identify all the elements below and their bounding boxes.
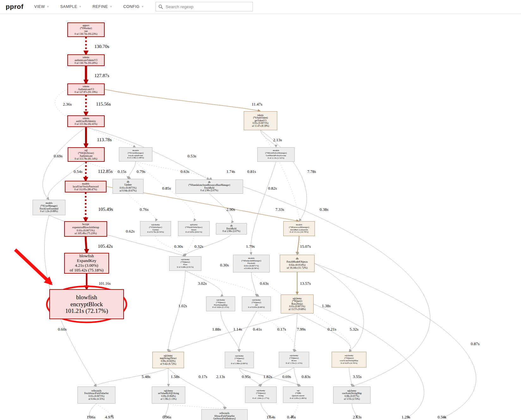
- chevron-down-icon: ▼: [141, 5, 144, 8]
- call-edge: [292, 403, 298, 418]
- chevron-down-icon: ▼: [110, 5, 113, 8]
- node-tablespec-update[interactable]: sqlchemy(*STableSpec)Update0 of 0.76s (0…: [140, 221, 171, 236]
- node-get-struct-field-indexes2[interactable]: reflectutilsSStructFieldValueSetGetStruc…: [201, 409, 248, 420]
- node-fetch-struct-field-value-set[interactable]: reflectutilsFetchStructFieldValueSet0.01…: [77, 387, 115, 404]
- node-get-token-v3[interactable]: tokens(*SAuthToken)getTokenV30.01s (0.00…: [244, 111, 277, 130]
- node-line: 0 of 0.93s (0.66%): [248, 306, 265, 309]
- menu-refine[interactable]: REFINE▼: [93, 4, 113, 9]
- call-edge: [352, 404, 357, 418]
- node-sql-authenticate[interactable]: sql(*SSQLDriver)Authenticate0 of 113.78s…: [68, 147, 105, 162]
- highlight-arrow: [15, 250, 51, 284]
- call-edge: [168, 313, 297, 352]
- node-first-string-map[interactable]: sqlchemy(*SQuery)FirstStringMap0 of 3.02…: [206, 296, 235, 311]
- call-edge: [260, 130, 307, 221]
- menu-view[interactable]: VIEW▼: [34, 4, 49, 9]
- node-line: (*SWorker): [80, 27, 92, 30]
- node-auth-user-by-identity[interactable]: tokensauthUserByIdentity0 of 115.56s (82…: [67, 115, 105, 127]
- node-line: 0 of 3.02s (2.15%): [212, 306, 229, 309]
- chevron-down-icon: ▼: [79, 5, 82, 8]
- node-line: 0 of 130.74s (93.23%): [75, 33, 97, 35]
- node-line: of 1.58s (1.13%): [161, 398, 176, 401]
- node-line: models: [82, 182, 89, 185]
- node-local-user-verify-password[interactable]: modelslocalUserVerifyPassword0 of 112.85…: [65, 181, 107, 192]
- node-authenticate-v3[interactable]: tokensAuthenticateV30 of 127.87s (91.19%…: [67, 83, 105, 95]
- node-line: of 6.04s (4.31%): [89, 398, 104, 401]
- node-fetch-user-extended[interactable]: models(*SUserManager)FetchUserExtended0 …: [33, 200, 65, 215]
- node-squery-all[interactable]: sqlchemy(*SQuery)All0 of 0.93s (0.66%): [242, 296, 271, 311]
- node-line: (*SSQLDriver): [78, 152, 94, 155]
- callgraph-canvas[interactable]: appsrv(*SWorker)run0 of 130.74s (93.23%)…: [0, 0, 521, 420]
- call-edge: [105, 89, 260, 112]
- call-edge: [185, 271, 222, 296]
- node-standalone-fetch-by-id[interactable]: db(*SStandaloneAnonResourceBaseManager)F…: [175, 180, 243, 194]
- node-line: of 9.42s (6.72%): [160, 363, 176, 366]
- node-line: 0 of 2.36s (1.68%): [127, 157, 144, 159]
- node-expensive-blowfish-setup[interactable]: bcryptexpensiveBlowfishSetup0.01s (0.007…: [64, 221, 107, 237]
- node-line: of 105.49s (75.23%): [75, 232, 97, 235]
- node-fetch-by-localuser-id[interactable]: models(*SPasswordManager)fetchByLocaluse…: [283, 221, 315, 236]
- node-line: 101.21s (72.17%): [65, 307, 108, 314]
- node-line: of 11.47s (8.18%): [252, 125, 269, 128]
- call-edge: [128, 194, 156, 221]
- call-edge: [89, 404, 96, 418]
- call-edge: [239, 368, 261, 387]
- menu-sample[interactable]: SAMPLE▼: [60, 4, 82, 9]
- node-line: 0 of 2.90s (2.07%): [223, 230, 240, 233]
- node-line: tokens: [83, 85, 89, 88]
- node-line: ExpandKey: [77, 259, 96, 263]
- node-line: authenticateTokensV3: [75, 59, 97, 62]
- node-rowscan2stringmap[interactable]: sqlchemyrowScan2StringMap0.08s (0.057%)o…: [333, 387, 371, 404]
- app-logo: pprof: [6, 3, 23, 10]
- node-map-string2struct[interactable]: sqlchemymapString2Struct0.06s (0.043%)of…: [152, 352, 184, 368]
- node-squery-rowscan2stringmap[interactable]: sqlchemy(*SQuery)rowScan2StringMap0 of 6…: [332, 352, 366, 368]
- node-line: 0 of 130.70s (93.20%): [75, 62, 97, 64]
- node-squery-first[interactable]: sqlchemy(*SQuery)First0 of 4.08s (2.91%): [169, 256, 201, 271]
- node-authenticate-tokens-v3[interactable]: tokensauthenticateTokensV30 of 130.70s (…: [67, 54, 105, 66]
- node-db-update[interactable]: dbUpdate0.01s (0.0071%)of 0.94s (0.67%): [113, 179, 144, 194]
- node-db-fetch-by-id[interactable]: dbFetchById0 of 2.90s (2.07%): [216, 223, 247, 234]
- node-line: Update: [124, 183, 132, 186]
- node-line: 0 of 0.76s (0.54%): [147, 231, 164, 234]
- node-row2struct[interactable]: sqlchemy(*SQuery)Row2Struct0.01s (0.0071…: [281, 295, 314, 313]
- call-edge: [261, 403, 269, 418]
- node-line: 0 of 6.67s (4.76%): [341, 362, 357, 365]
- node-squery-row[interactable]: sqlchemy(*SQuery)Row0 of 2.80s (2.00%): [225, 352, 254, 368]
- call-edge: [165, 404, 169, 418]
- call-edge: [86, 237, 87, 253]
- search-input[interactable]: [165, 4, 253, 9]
- node-line: of 16.44s (11.72%): [287, 266, 307, 270]
- call-edge: [128, 161, 136, 179]
- call-edge: [185, 234, 231, 256]
- node-line: 4.21s (3.00%): [75, 263, 98, 268]
- node-blowfish-expand-key[interactable]: blowfishExpandKey4.21s (3.00%)of 105.42s…: [64, 253, 109, 274]
- search-box[interactable]: [156, 2, 253, 11]
- node-get-match-policy-group[interactable]: models(*SRolePolicyManager)GetMatchPolic…: [257, 147, 295, 162]
- node-appsrv-run[interactable]: appsrv(*SWorker)run0 of 130.74s (93.23%): [67, 22, 105, 37]
- node-line: 0 of 2.65s (1.89%): [290, 397, 306, 400]
- node-db-query-context[interactable]: sql(*DB)QueryContext0 of 2.65s (1.89%): [283, 387, 313, 403]
- node-line: 0 of 1.23s (0.88%): [40, 210, 58, 213]
- node-splitable-insert[interactable]: splitable(*SSplitTableSpec)Insert0 of 0.…: [178, 221, 210, 236]
- node-line: 0 of 127.87s (91.19%): [75, 91, 97, 94]
- node-squery-rows[interactable]: sqlchemy(*SQuery)Rows0 of 1.55s (1.11%): [279, 352, 309, 368]
- chevron-down-icon: ▼: [46, 5, 49, 8]
- call-edge: [96, 404, 112, 417]
- node-line: run: [84, 30, 88, 33]
- node-line: localUserVerifyPassword: [73, 185, 98, 188]
- menu-config[interactable]: CONFIG▼: [123, 4, 144, 9]
- node-line: encryptBlock: [70, 301, 103, 308]
- node-endpoint-fetch-all[interactable]: models(*SEndpointManager)FetchAll0.01s (…: [233, 255, 270, 272]
- node-trace-login-event[interactable]: models(*SUserManager)traceLoginEvent0 of…: [119, 147, 152, 161]
- node-fetch-model-objects[interactable]: dbFetchModelObjects0.02s (0.014%)of 16.4…: [280, 255, 315, 272]
- node-blowfish-encrypt-block[interactable]: blowfishencryptBlock101.21s (72.17%): [49, 289, 124, 319]
- node-squery-string[interactable]: sqlchemy(*SQuery)String0 of 1.64s (1.17%…: [245, 387, 277, 403]
- node-line: tokens: [83, 56, 89, 59]
- node-line: 0 of 1.64s (1.17%): [253, 397, 269, 400]
- node-line: 0 of 15.11s (10.78%): [290, 231, 308, 234]
- node-set-value-by-sql-string[interactable]: sqlchemysetValueBySQLString0.09s (0.064%…: [152, 387, 185, 404]
- call-edge: [294, 368, 298, 387]
- node-line: GetStructFieldIndexes2: [213, 417, 236, 420]
- call-edge: [185, 236, 194, 256]
- call-edge: [168, 271, 185, 352]
- node-line: appsrv: [83, 24, 89, 27]
